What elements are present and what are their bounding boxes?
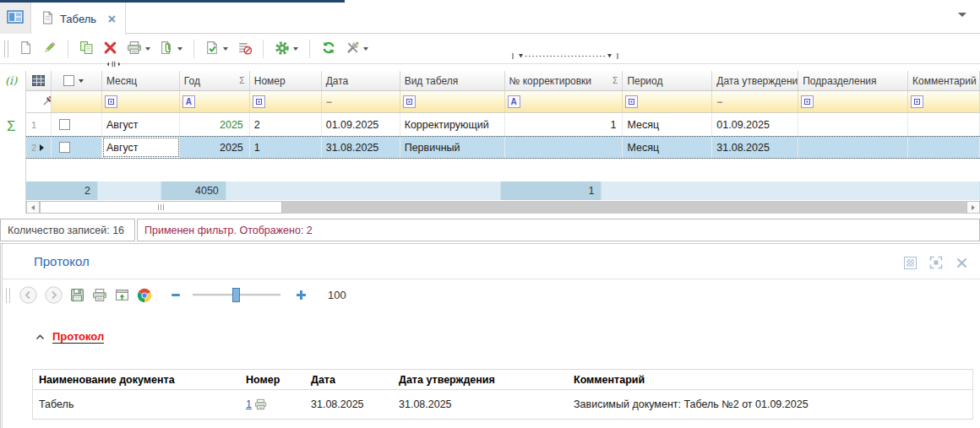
back-button[interactable] xyxy=(19,286,37,304)
row-checkbox-cell[interactable] xyxy=(52,137,102,158)
copy-button[interactable] xyxy=(78,39,95,59)
text-filter-icon[interactable]: A xyxy=(508,95,520,108)
grid-cell[interactable]: 2 xyxy=(250,113,322,136)
table-row[interactable]: 2Август2025131.08.2025ПервичныйМесяц31.0… xyxy=(26,136,980,159)
filter-cell[interactable]: − xyxy=(712,91,798,112)
info-icon[interactable]: (i) xyxy=(5,74,17,87)
collapse-chevron-icon[interactable] xyxy=(35,331,45,343)
save-button[interactable] xyxy=(70,288,84,302)
filter-cell[interactable] xyxy=(623,91,712,112)
zoom-in-button[interactable] xyxy=(297,290,306,300)
filter-cell[interactable] xyxy=(798,91,908,112)
grid-cell[interactable]: 2025 xyxy=(180,137,250,158)
cancel-approve-button[interactable] xyxy=(236,39,253,59)
window-layout-button[interactable] xyxy=(0,3,31,34)
row-checkbox-cell[interactable] xyxy=(52,113,102,136)
column-header[interactable]: Дата утверждения xyxy=(712,71,798,90)
tab-overflow-icon[interactable] xyxy=(958,13,966,17)
settings-gear-button[interactable] xyxy=(273,39,300,60)
grid-cell[interactable] xyxy=(798,113,908,136)
edit-button[interactable] xyxy=(41,39,58,59)
filter-cell[interactable] xyxy=(400,91,505,112)
list-filter-icon[interactable] xyxy=(403,95,416,108)
column-header[interactable]: № корректировкиΣ xyxy=(505,71,623,90)
column-header[interactable]: Вид табеля xyxy=(400,71,505,90)
column-header[interactable]: Период xyxy=(623,71,712,90)
grid-cell[interactable]: 01.09.2025 xyxy=(712,113,798,136)
grid-cell[interactable]: Месяц xyxy=(623,113,712,136)
tab-close-icon[interactable] xyxy=(107,14,117,24)
list-filter-icon[interactable] xyxy=(911,95,923,108)
list-filter-icon[interactable] xyxy=(105,95,117,108)
dropdown-caret-icon[interactable] xyxy=(223,47,228,51)
grid-cell[interactable]: Корректирующий xyxy=(400,113,505,136)
filter-cell[interactable] xyxy=(908,91,980,112)
filter-cell[interactable] xyxy=(250,91,322,112)
print-button[interactable] xyxy=(92,288,107,302)
filter-cell[interactable]: − xyxy=(322,91,400,112)
filter-cell[interactable] xyxy=(102,91,180,112)
toolbar-splitter-handle[interactable] xyxy=(106,58,121,70)
zoom-slider-thumb[interactable] xyxy=(232,288,240,302)
refresh-button[interactable] xyxy=(319,39,338,59)
dropdown-caret-icon[interactable] xyxy=(177,47,182,51)
column-header[interactable]: Месяц xyxy=(102,71,180,90)
grid-cell[interactable]: 1 xyxy=(505,113,623,136)
print-button[interactable] xyxy=(125,39,152,59)
close-icon[interactable] xyxy=(956,257,968,269)
scroll-right-button[interactable] xyxy=(966,201,980,214)
pin-icon[interactable] xyxy=(42,95,52,109)
chevron-down-icon[interactable] xyxy=(79,79,84,83)
scrollbar-track[interactable] xyxy=(282,201,966,214)
protocol-toolbar-handle[interactable] xyxy=(6,288,10,303)
tab-tabel[interactable]: Табель xyxy=(31,3,126,35)
grid-cell[interactable] xyxy=(505,137,623,158)
dropdown-caret-icon[interactable] xyxy=(363,47,368,51)
dock-window-icon[interactable] xyxy=(904,257,917,269)
sigma-totals-icon[interactable]: Σ xyxy=(7,118,16,135)
fullscreen-icon[interactable] xyxy=(929,256,943,269)
filter-cell[interactable] xyxy=(52,91,102,112)
toolbar-drag-handle[interactable] xyxy=(4,41,8,57)
grid-cell[interactable] xyxy=(908,137,980,158)
grid-corner-button[interactable] xyxy=(26,71,52,90)
horizontal-scrollbar[interactable] xyxy=(26,201,980,214)
filter-cell[interactable]: A xyxy=(180,91,250,112)
grid-cell[interactable]: Первичный xyxy=(400,137,505,158)
select-all-checkbox[interactable] xyxy=(63,75,74,86)
grid-cell[interactable] xyxy=(798,137,908,158)
approve-button[interactable] xyxy=(204,39,230,59)
grid-cell[interactable]: Месяц xyxy=(623,137,712,158)
new-document-button[interactable] xyxy=(17,39,35,59)
scroll-left-button[interactable] xyxy=(26,201,40,214)
dropdown-caret-icon[interactable] xyxy=(145,47,150,51)
grid-cell[interactable]: 31.08.2025 xyxy=(712,137,798,158)
list-filter-icon[interactable] xyxy=(801,95,814,108)
filter-cell[interactable]: A xyxy=(505,91,623,112)
grid-cell[interactable]: Август xyxy=(102,137,180,158)
column-header[interactable]: Номер xyxy=(250,71,322,90)
select-all-header[interactable] xyxy=(52,71,102,90)
row-checkbox[interactable] xyxy=(59,119,70,130)
scrollbar-thumb[interactable] xyxy=(40,201,282,214)
column-range-scrollbar[interactable] xyxy=(512,51,618,62)
printer-small-icon[interactable] xyxy=(254,398,267,410)
zoom-out-button[interactable] xyxy=(172,294,180,296)
document-number-link[interactable]: 1 xyxy=(246,398,252,410)
grid-cell[interactable]: 1 xyxy=(250,137,322,158)
zoom-slider[interactable] xyxy=(193,294,280,296)
attachments-button[interactable] xyxy=(158,39,184,59)
grid-cell[interactable]: 01.09.2025 xyxy=(322,113,400,136)
column-header[interactable]: ГодΣ xyxy=(180,71,250,90)
list-filter-icon[interactable] xyxy=(253,95,265,108)
delete-button[interactable] xyxy=(101,39,119,59)
column-header[interactable]: Подразделения xyxy=(798,71,908,90)
column-header[interactable]: Дата xyxy=(322,71,400,90)
tools-button[interactable] xyxy=(344,39,370,59)
text-filter-icon[interactable]: A xyxy=(182,95,195,108)
dropdown-caret-icon[interactable] xyxy=(293,47,298,51)
export-button[interactable] xyxy=(115,288,129,302)
row-checkbox[interactable] xyxy=(59,142,70,153)
chrome-button[interactable] xyxy=(137,288,152,303)
grid-cell[interactable]: Август xyxy=(102,113,180,136)
